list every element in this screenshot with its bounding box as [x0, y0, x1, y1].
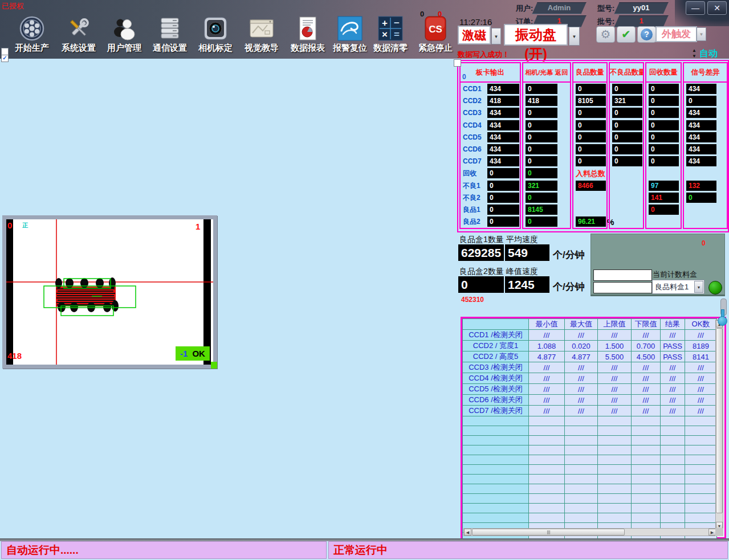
settings-gear-button[interactable]: ⚙ — [596, 26, 615, 43]
confirm-check-button[interactable]: ✔ — [617, 26, 636, 43]
measure-row — [463, 436, 717, 445]
excite-dropdown-arrow[interactable]: ▼ — [491, 28, 501, 44]
measure-value-cell: 8189 — [685, 341, 717, 351]
measure-name-cell — [463, 465, 529, 475]
camera-calibration-button[interactable]: 相机标定 — [192, 16, 239, 54]
measure-row: CCD4 /检测关闭////////////////// — [463, 373, 717, 384]
measure-value-cell — [598, 504, 632, 513]
svg-text:×: × — [382, 29, 388, 40]
stats-row-label: 良品2 — [463, 216, 480, 227]
measure-value-cell: /// — [632, 406, 661, 416]
stats-column-header: 相机/光幕 返回 — [523, 63, 570, 83]
stats-checkbox[interactable] — [454, 59, 461, 67]
toolbar-button-label: 通信设置 — [146, 43, 193, 54]
stats-row-label: CCD6 — [463, 144, 482, 154]
vertical-scroll-thumb[interactable] — [716, 328, 723, 513]
current-box-dropdown-arrow[interactable]: ▼ — [694, 281, 703, 293]
stats-value-box: 434 — [487, 120, 519, 130]
measure-value-cell — [565, 494, 598, 504]
measure-value-cell: 8141 — [685, 351, 717, 362]
stats-value-box: 0 — [612, 108, 642, 118]
inspection-result-badge: -1 OK — [176, 346, 210, 361]
measure-value-cell — [661, 445, 685, 455]
stats-value-box: 0 — [526, 216, 557, 227]
communication-settings-button[interactable]: 通信设置 — [146, 16, 193, 54]
stats-value-box: 0 — [487, 193, 519, 203]
auto-spin-up[interactable]: ▲ — [692, 48, 697, 53]
stats-value-box: 0 — [576, 156, 606, 166]
scroll-left-button[interactable]: ◀ — [464, 529, 471, 536]
stats-value-box: 97 — [649, 181, 679, 191]
measure-name-cell: CCD5 /检测关闭 — [463, 384, 529, 395]
vision-teaching-button[interactable]: 视觉教导 — [238, 16, 285, 54]
measure-row: CCD5 /检测关闭////////////////// — [463, 384, 717, 395]
stats-value-box: 0 — [612, 144, 642, 154]
toolbar-button-label: 报警复位 — [327, 43, 373, 54]
status-lamp-icon — [708, 281, 722, 295]
measure-value-cell: /// — [598, 406, 632, 416]
emergency-stop-button[interactable]: CS 紧急停止 — [412, 16, 459, 54]
start-production-button[interactable]: 开始生产 — [9, 16, 55, 54]
auto-spin-down[interactable]: ▼ — [692, 54, 697, 59]
data-report-button[interactable]: 数据报表 — [284, 16, 331, 54]
vibrator-combobox[interactable]: 振动盘(开) — [504, 24, 568, 46]
measure-name-cell — [463, 494, 529, 504]
measure-value-cell — [565, 445, 598, 455]
vibrator-dropdown-arrow[interactable]: ▼ — [569, 27, 580, 46]
alarm-reset-button[interactable]: 报警复位 — [327, 16, 373, 54]
close-button[interactable]: ✕ — [707, 1, 727, 15]
stats-value-box: 0 — [649, 108, 679, 118]
measure-name-cell — [463, 455, 529, 465]
measure-row — [463, 426, 717, 436]
count-input-1[interactable] — [593, 269, 652, 281]
help-button[interactable]: ? — [637, 26, 656, 43]
measure-value-cell: /// — [565, 362, 598, 373]
minimize-button[interactable]: — — [686, 1, 705, 15]
toolbar-button-label: 数据报表 — [284, 43, 331, 54]
stats-column: 信号差异43404344344344344341320 — [683, 62, 728, 229]
measure-value-cell: /// — [529, 362, 565, 373]
stats-value-box: 0 — [649, 132, 679, 142]
measure-name-cell — [463, 436, 529, 445]
stats-row-label: 不良1 — [463, 181, 480, 191]
stats-value-box: 0 — [576, 144, 606, 154]
toolbar-checkbox-2[interactable]: ✓ — [1, 55, 9, 62]
measure-value-cell: 4.500 — [632, 351, 661, 362]
count-input-2[interactable] — [593, 282, 652, 293]
current-box-combobox[interactable]: 良品料盒1 ▼ — [652, 280, 704, 294]
toolbar-button-label: 数据清零 — [367, 43, 414, 54]
stats-value-box: 0 — [612, 120, 642, 130]
model-value[interactable]: yy01 — [617, 2, 666, 13]
measure-row — [463, 484, 717, 494]
user-value[interactable]: Admin — [535, 2, 584, 13]
measure-value-cell: /// — [598, 373, 632, 384]
stats-value-box: 132 — [686, 181, 716, 191]
reel-icon — [19, 16, 44, 41]
trigger-combobox[interactable]: 外触发 — [655, 26, 697, 42]
result-value: -1 — [180, 349, 188, 358]
measure-value-cell — [661, 465, 685, 475]
stats-value-box: 0 — [526, 193, 557, 203]
measure-name-cell: CCD4 /检测关闭 — [463, 373, 529, 384]
batch-value[interactable]: 1 — [617, 15, 666, 26]
measure-value-cell: /// — [685, 362, 717, 373]
measure-value-cell — [632, 416, 661, 426]
authorized-label: 已授权 — [2, 1, 24, 11]
toolbar: 已授权 开始生产 系统设置 用户管理 通信设置 — [0, 0, 729, 59]
svg-text:=: = — [394, 29, 400, 40]
horizontal-scroll-thumb[interactable] — [472, 529, 625, 536]
stats-value-box: 321 — [612, 96, 642, 106]
user-label: 用户: — [516, 3, 533, 14]
horizontal-scrollbar[interactable]: ◀ ▶ — [463, 528, 716, 536]
auto-mode-label: 自动 — [699, 48, 718, 60]
measure-value-cell: 1.500 — [598, 341, 632, 351]
stats-row-label: CCD4 — [463, 120, 482, 130]
data-clear-button[interactable]: +−×= 数据清零 — [367, 16, 414, 54]
system-settings-button[interactable]: 系统设置 — [55, 16, 102, 54]
stats-value-box: 0 — [649, 144, 679, 154]
trigger-dropdown-arrow[interactable]: ▼ — [697, 27, 706, 41]
vertical-scrollbar[interactable]: ▲ ▼ — [715, 320, 723, 530]
excite-combobox[interactable]: 激磁 — [458, 26, 491, 44]
measure-value-cell — [632, 475, 661, 484]
user-management-button[interactable]: 用户管理 — [101, 16, 148, 54]
